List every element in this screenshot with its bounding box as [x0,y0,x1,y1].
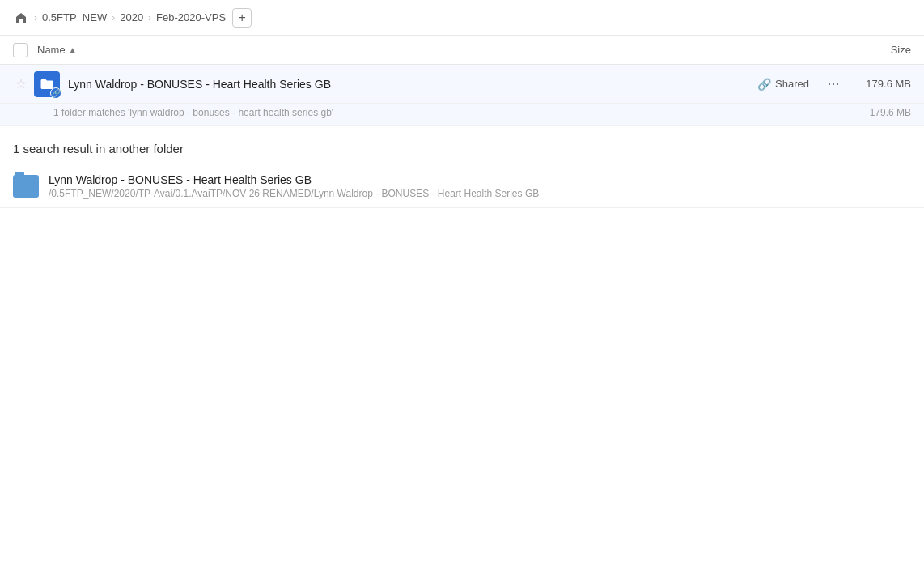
match-hint-text: 1 folder matches 'lynn waldrop - bonuses… [53,107,333,118]
select-all-checkbox[interactable] [13,43,28,57]
breadcrumb-sep-2: › [112,12,115,23]
match-hint-size: 179.6 MB [870,107,911,118]
link-icon: 🔗 [757,78,771,91]
section-heading: 1 search result in another folder [0,126,924,165]
sort-arrow-icon: ▲ [69,45,77,54]
star-icon[interactable]: ☆ [13,76,29,92]
search-result-path: /0.5FTP_NEW/2020/TP-Avai/0.1.AvaiTP/NOV … [49,188,539,199]
link-badge-icon: 🔗 [50,87,61,99]
breadcrumb-item-0[interactable]: 0.5FTP_NEW [42,11,107,23]
column-header: Name ▲ Size [0,36,924,65]
shared-text: Shared [775,78,809,90]
search-result-name: Lynn Waldrop - BONUSES - Heart Health Se… [49,173,539,186]
folder-shared-icon: 🔗 [34,71,60,97]
search-result-item[interactable]: Lynn Waldrop - BONUSES - Heart Health Se… [0,165,924,208]
breadcrumb: › 0.5FTP_NEW › 2020 › Feb-2020-VPS + [0,0,924,36]
shared-label: 🔗 Shared [757,78,809,91]
name-column-label: Name [37,44,66,56]
size-column-header[interactable]: Size [891,44,911,56]
add-breadcrumb-button[interactable]: + [232,8,252,28]
item-size-label: 179.6 MB [854,78,911,90]
breadcrumb-item-2[interactable]: Feb-2020-VPS [156,11,226,23]
folder-icon [13,175,39,198]
main-item-row[interactable]: ☆ 🔗 Lynn Waldrop - BONUSES - Heart Healt… [0,65,924,104]
home-icon[interactable] [13,10,29,26]
breadcrumb-sep-1: › [34,12,37,23]
match-hint-row: 1 folder matches 'lynn waldrop - bonuses… [0,104,924,126]
item-name-label: Lynn Waldrop - BONUSES - Heart Health Se… [68,78,757,91]
breadcrumb-sep-3: › [148,12,151,23]
name-column-header[interactable]: Name ▲ [37,44,77,56]
more-options-button[interactable]: ··· [822,73,845,96]
search-result-text: Lynn Waldrop - BONUSES - Heart Health Se… [49,173,539,199]
breadcrumb-item-1[interactable]: 2020 [120,11,143,23]
